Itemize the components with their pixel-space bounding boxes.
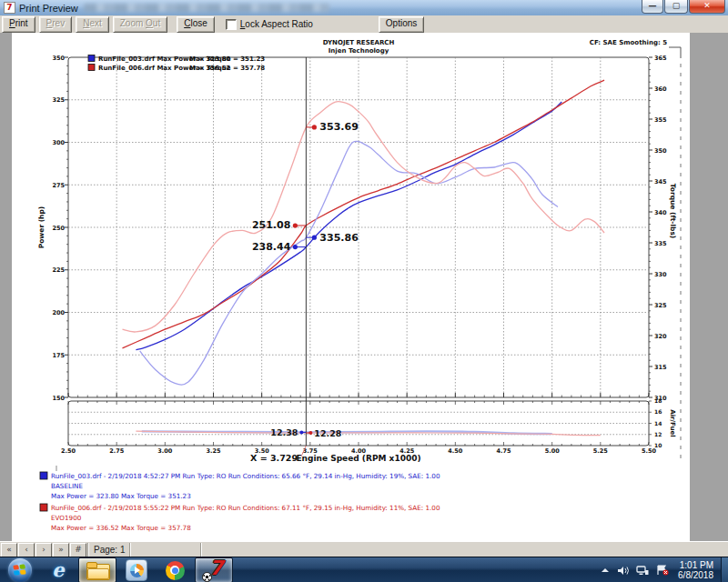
page-indicator: Page: 1 bbox=[90, 544, 128, 557]
redacted-title-path bbox=[84, 4, 329, 12]
cursor-value-label: 335.86 bbox=[319, 232, 359, 244]
legend-torque-text: Max Torque = 351.23 bbox=[189, 55, 265, 63]
legend-torque-text: Max Torque = 357.78 bbox=[189, 65, 265, 72]
prev-page-button[interactable]: Prev bbox=[39, 16, 73, 33]
x-tick-label: 2.50 bbox=[61, 447, 76, 455]
zoom-out-button[interactable]: Zoom Out bbox=[113, 16, 167, 33]
power-tick-label: 150 bbox=[52, 395, 65, 402]
taskbar-clock[interactable]: 1:01 PM 6/8/2018 bbox=[678, 560, 713, 580]
chart-title: DYNOJET RESEARCH bbox=[323, 39, 395, 46]
chrome-icon bbox=[166, 561, 185, 580]
x-tick-label: 3.00 bbox=[157, 447, 173, 455]
last-page-button[interactable]: » bbox=[53, 543, 69, 557]
x-tick-label: 4.50 bbox=[448, 447, 463, 455]
run-swatch bbox=[40, 472, 47, 479]
show-desktop-button[interactable] bbox=[721, 557, 728, 582]
statusbar-empty-panel bbox=[132, 544, 199, 557]
power-tick-label: 275 bbox=[52, 182, 65, 189]
title-bar: 7 Print Preview — ▢ ✕ bbox=[0, 0, 728, 15]
winpep7-icon: 7 bbox=[203, 559, 225, 581]
cursor-value-label: 12.28 bbox=[314, 428, 341, 438]
cursor-value-label: 12.38 bbox=[270, 427, 298, 437]
action-center-flag-icon[interactable] bbox=[656, 565, 669, 576]
status-bar: « ‹ › » # Page: 1 bbox=[0, 541, 728, 557]
report-page: DYNOJET RESEARCHInjen TechnologyCF: SAE … bbox=[12, 33, 690, 541]
maximize-button[interactable]: ▢ bbox=[664, 0, 688, 14]
print-preview-toolbar: Print Prev Next Zoom Out Close Lock Aspe… bbox=[0, 15, 728, 34]
run-maxvalues-line: Max Power = 336.52 Max Torque = 357.78 bbox=[51, 524, 191, 532]
prev-page-nav-button[interactable]: ‹ bbox=[18, 543, 35, 557]
volume-icon[interactable] bbox=[617, 566, 629, 576]
window-title: Print Preview bbox=[19, 3, 78, 14]
af-tick-label: 18 bbox=[654, 397, 662, 404]
goto-page-button[interactable]: # bbox=[70, 543, 86, 557]
clock-date: 6/8/2018 bbox=[678, 570, 713, 580]
start-button[interactable] bbox=[8, 558, 32, 582]
series-runfile-003-torque bbox=[140, 141, 558, 385]
x-tick-label: 2.75 bbox=[109, 447, 125, 455]
torque-tick-label: 350 bbox=[654, 147, 667, 155]
chart-subtitle: Injen Technology bbox=[329, 47, 389, 55]
torque-tick-label: 320 bbox=[654, 333, 667, 340]
x-axis-title: Engine Speed (RPM x1000) bbox=[296, 454, 420, 463]
torque-tick-label: 315 bbox=[654, 364, 667, 371]
x-tick-label: 5.00 bbox=[545, 447, 561, 455]
lock-aspect-ratio-checkbox[interactable] bbox=[226, 19, 237, 30]
run-maxvalues-line: Max Power = 323.80 Max Torque = 351.23 bbox=[51, 492, 191, 500]
hidden-icons-button[interactable] bbox=[601, 567, 610, 574]
af-axis-title: Air/Fuel bbox=[669, 409, 676, 436]
screen: 7 Print Preview — ▢ ✕ Print Prev Next Zo… bbox=[0, 0, 728, 582]
run-swatch bbox=[40, 504, 47, 511]
cursor-value-label: 251.08 bbox=[252, 219, 290, 231]
windows-flag-icon bbox=[13, 564, 26, 576]
next-page-nav-button[interactable]: › bbox=[35, 543, 52, 557]
af-tick-label: 16 bbox=[654, 408, 662, 415]
taskbar-item-media-player[interactable] bbox=[118, 558, 155, 582]
x-tick-label: 5.25 bbox=[593, 447, 609, 455]
media-player-icon bbox=[126, 559, 147, 581]
network-icon[interactable] bbox=[636, 566, 649, 576]
lock-aspect-ratio-group: Lock Aspect Ratio bbox=[226, 19, 313, 30]
print-button[interactable]: Print bbox=[2, 16, 35, 33]
taskbar-item-chrome[interactable] bbox=[157, 558, 193, 582]
series-runfile-006-power bbox=[123, 80, 605, 348]
torque-tick-label: 330 bbox=[654, 271, 667, 278]
minimize-button[interactable]: — bbox=[642, 0, 663, 14]
folder-icon bbox=[86, 562, 108, 578]
power-tick-label: 200 bbox=[52, 309, 65, 316]
options-button[interactable]: Options bbox=[379, 16, 424, 33]
statusbar-separator bbox=[200, 543, 202, 557]
legend-swatch bbox=[88, 65, 95, 71]
next-page-button[interactable]: Next bbox=[76, 16, 109, 33]
x-tick-label: 3.25 bbox=[206, 447, 221, 455]
close-preview-button[interactable]: Close bbox=[177, 16, 215, 33]
run-name-line: EVO1900 bbox=[51, 514, 82, 522]
torque-tick-label: 355 bbox=[654, 116, 667, 124]
power-tick-label: 175 bbox=[52, 352, 65, 359]
cursor-value-label: 238.44 bbox=[252, 241, 291, 253]
taskbar-item-file-explorer[interactable] bbox=[78, 557, 116, 582]
legend-swatch bbox=[88, 55, 95, 62]
run-info-line: RunFile_003.drf - 2/19/2018 4:52:27 PM R… bbox=[51, 472, 440, 480]
lock-aspect-ratio-label: Lock Aspect Ratio bbox=[240, 19, 313, 29]
first-page-button[interactable]: « bbox=[1, 543, 17, 557]
statusbar-separator bbox=[87, 543, 89, 557]
torque-tick-label: 365 bbox=[654, 55, 667, 62]
cursor-x-label: X = 3.729 bbox=[250, 453, 298, 463]
clock-time: 1:01 PM bbox=[678, 560, 713, 570]
torque-tick-label: 325 bbox=[654, 302, 667, 309]
cursor-value-label: 353.69 bbox=[319, 121, 358, 133]
close-window-button[interactable]: ✕ bbox=[689, 0, 725, 14]
taskbar-item-winpep7[interactable]: 7 bbox=[195, 557, 233, 582]
run-name-line: BASELINE bbox=[51, 482, 83, 490]
x-tick-label: 4.75 bbox=[496, 447, 511, 455]
system-tray: 1:01 PM 6/8/2018 bbox=[597, 557, 728, 582]
correction-smoothing-note: CF: SAE Smoothing: 5 bbox=[590, 39, 667, 46]
af-tick-label: 12 bbox=[654, 431, 662, 437]
statusbar-separator bbox=[129, 543, 131, 557]
power-tick-label: 350 bbox=[52, 55, 65, 62]
taskbar: e 7 bbox=[0, 557, 728, 582]
torque-axis-title: Torque (ft-lbs) bbox=[669, 184, 677, 239]
taskbar-item-internet-explorer[interactable]: e bbox=[40, 558, 76, 582]
soccer-ball-icon bbox=[202, 572, 212, 582]
